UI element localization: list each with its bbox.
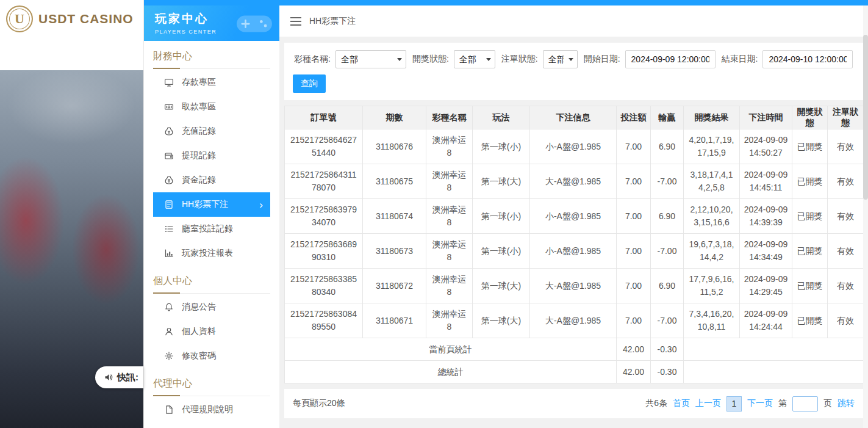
content-area: 彩種名稱: 全部 開獎狀態: 全部	[279, 37, 868, 428]
jump-prefix-label: 第	[778, 398, 787, 409]
draw-status-select[interactable]: 全部	[454, 50, 495, 68]
next-page-link[interactable]: 下一页	[747, 398, 773, 409]
table-row: 215217258636899031031180673澳洲幸运8第一球(小)小-…	[285, 234, 864, 269]
cell-time: 2024-09-09 14:39:39	[740, 199, 792, 234]
sidebar-item-document[interactable]: 代理規則說明	[153, 397, 270, 422]
section-title: 財務中心	[153, 50, 270, 69]
sidebar-item-label: 存款專區	[182, 77, 216, 88]
cell-draw-status: 已開獎	[792, 199, 828, 234]
page-total-winloss: -0.30	[651, 338, 684, 361]
page-jump-input[interactable]	[792, 396, 818, 412]
cell-order-status: 有效	[828, 303, 864, 338]
end-date-input[interactable]	[762, 50, 853, 68]
sidebar-item-label: 消息公告	[182, 302, 216, 313]
query-button[interactable]: 查詢	[293, 74, 326, 93]
brand-logo[interactable]: U USDT CASINO	[0, 0, 143, 38]
sidebar-header: 玩家中心 PLAYERS CENTER	[144, 5, 279, 41]
filter-panel: 彩種名稱: 全部 開獎狀態: 全部	[284, 43, 863, 100]
cell-play: 第一球(小)	[473, 129, 530, 164]
sidebar-item-label: 代理規則說明	[182, 404, 233, 415]
sidebar-item-room-record[interactable]: 廳室投註記錄	[153, 217, 270, 241]
sidebar-item-deposit[interactable]: 存款專區	[153, 70, 270, 95]
cell-time: 2024-09-09 14:45:11	[740, 164, 792, 199]
cell-result: 3,18,17,4,14,2,5,8	[684, 164, 740, 199]
page-size-text: 每頁顯示20條	[293, 398, 345, 409]
cell-amount: 7.00	[617, 269, 651, 303]
sidebar: 玩家中心 PLAYERS CENTER 財務中心存款專區取款專區充值記錄提現記錄…	[144, 5, 279, 428]
sidebar-item-gear[interactable]: 修改密碼	[153, 344, 270, 368]
report-icon	[164, 248, 174, 258]
menu-toggle-icon[interactable]	[290, 17, 301, 26]
cell-winloss: 6.90	[651, 199, 684, 234]
cell-draw-status: 已開獎	[792, 129, 828, 164]
cell-amount: 7.00	[617, 129, 651, 164]
table-row: 215217258633858034031180672澳洲幸运8第一球(大)大-…	[285, 269, 864, 303]
cell-order-status: 有效	[828, 234, 864, 269]
cell-lottery: 澳洲幸运8	[426, 199, 473, 234]
sidebar-item-withdraw[interactable]: 取款專區	[153, 95, 270, 119]
cell-bet-info: 大-A盤@1.985	[530, 164, 617, 199]
cell-time: 2024-09-09 14:50:27	[740, 129, 792, 164]
ticker-label: 快訊:	[117, 372, 138, 383]
sidebar-item-bell[interactable]: 消息公告	[153, 295, 270, 319]
cell-bet-info: 大-A盤@1.985	[530, 303, 617, 338]
cell-order: 2152172586431178070	[285, 164, 363, 199]
cell-period: 31180675	[363, 164, 426, 199]
cell-play: 第一球(小)	[473, 234, 530, 269]
cell-order: 2152172586308489550	[285, 303, 363, 338]
sidebar-item-user[interactable]: 個人資料	[153, 319, 270, 344]
page-total-label: 當前頁統計	[285, 338, 617, 361]
room-record-icon	[164, 224, 174, 234]
section-title: 代理中心	[153, 377, 270, 396]
cell-period: 31180672	[363, 269, 426, 303]
cell-play: 第一球(大)	[473, 303, 530, 338]
column-header: 玩法	[473, 106, 530, 129]
withdraw-icon	[164, 102, 174, 112]
order-status-select[interactable]: 全部	[543, 50, 578, 68]
cell-winloss: -7.00	[651, 303, 684, 338]
column-header: 注單狀態	[828, 106, 864, 129]
cell-order-status: 有效	[828, 164, 864, 199]
column-header: 投注額	[617, 106, 651, 129]
cell-draw-status: 已開獎	[792, 234, 828, 269]
cell-winloss: 6.90	[651, 129, 684, 164]
cell-amount: 7.00	[617, 164, 651, 199]
window-scrollbar[interactable]	[863, 5, 868, 428]
sidebar-item-recharge-record[interactable]: 充值記錄	[153, 119, 270, 143]
sidebar-item-label: 玩家投注報表	[182, 248, 233, 259]
cell-result: 2,12,10,20,3,15,16,6	[684, 199, 740, 234]
cell-amount: 7.00	[617, 303, 651, 338]
sidebar-item-report[interactable]: 玩家投注報表	[153, 241, 270, 266]
first-page-link[interactable]: 首页	[673, 398, 690, 409]
cell-lottery: 澳洲幸运8	[426, 164, 473, 199]
scrollbar-thumb[interactable]	[863, 35, 868, 200]
speaker-icon	[104, 372, 113, 382]
sidebar-item-label: 廳室投註記錄	[182, 223, 233, 234]
cell-time: 2024-09-09 14:34:49	[740, 234, 792, 269]
current-page[interactable]: 1	[726, 396, 742, 412]
cell-bet-info: 小-A盤@1.985	[530, 199, 617, 234]
table-row: 215217258630848955031180671澳洲幸运8第一球(大)大-…	[285, 303, 864, 338]
cashout-record-icon	[164, 151, 174, 161]
start-date-input[interactable]	[625, 50, 716, 68]
sidebar-item-label: 取款專區	[182, 101, 216, 112]
prev-page-link[interactable]: 上一页	[695, 398, 721, 409]
sidebar-item-cashout-record[interactable]: 提現記錄	[153, 143, 270, 168]
cell-lottery: 澳洲幸运8	[426, 129, 473, 164]
recharge-record-icon	[164, 126, 174, 136]
sidebar-item-lottery-bet[interactable]: HH彩票下注›	[153, 192, 270, 217]
cell-period: 31180676	[363, 129, 426, 164]
total-count: 共6条	[645, 398, 667, 409]
grand-total-empty	[684, 361, 864, 383]
jump-button[interactable]: 跳转	[838, 398, 855, 409]
cell-order: 2152172586368990310	[285, 234, 363, 269]
sidebar-item-label: 個人資料	[182, 326, 216, 337]
table-row: 215217258643117807031180675澳洲幸运8第一球(大)大-…	[285, 164, 864, 199]
cell-order-status: 有效	[828, 129, 864, 164]
sidebar-item-label: 修改密碼	[182, 350, 216, 361]
news-ticker[interactable]: 快訊:	[95, 366, 143, 388]
draw-status-filter-label: 開獎狀態:	[412, 54, 449, 65]
lottery-select[interactable]: 全部	[335, 50, 406, 68]
sidebar-item-funds-record[interactable]: 資金記錄	[153, 168, 270, 192]
cell-amount: 7.00	[617, 199, 651, 234]
